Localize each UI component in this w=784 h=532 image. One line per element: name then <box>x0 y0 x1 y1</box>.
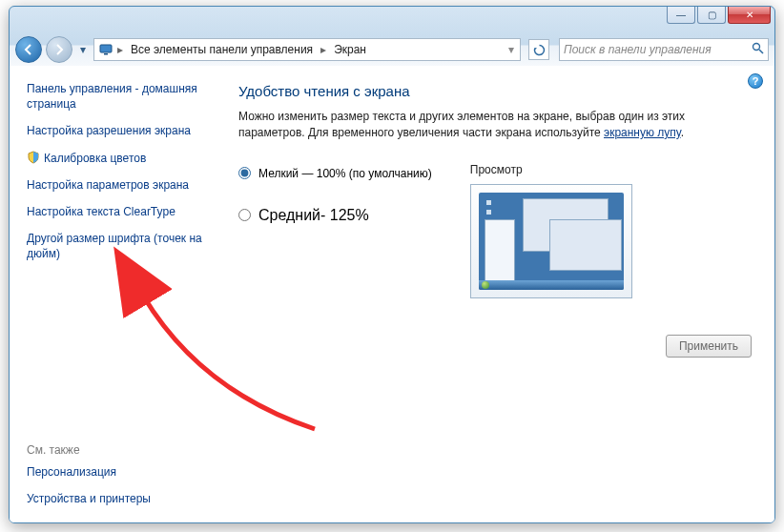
chevron-right-icon: ▸ <box>115 43 125 56</box>
search-icon <box>752 42 764 57</box>
preview-start-orb <box>482 281 489 289</box>
svg-point-2 <box>753 44 760 51</box>
help-icon[interactable]: ? <box>748 73 763 89</box>
svg-rect-1 <box>104 53 108 55</box>
page-title: Удобство чтения с экрана <box>238 83 753 99</box>
preview-label: Просмотр <box>470 163 523 176</box>
content-pane: ? Удобство чтения с экрана Можно изменит… <box>212 66 774 522</box>
breadcrumb[interactable]: ▸ Все элементы панели управления ▸ Экран… <box>93 38 521 61</box>
desc-period: . <box>681 126 684 139</box>
link-color-calibration[interactable]: Калибровка цветов <box>27 151 202 166</box>
maximize-button[interactable]: ▢ <box>697 7 726 24</box>
close-button[interactable]: ✕ <box>728 7 771 24</box>
search-placeholder: Поиск в панели управления <box>564 43 712 56</box>
preview-window <box>549 219 622 271</box>
preview-icon <box>486 200 491 205</box>
page-description: Можно изменить размер текста и других эл… <box>238 109 753 142</box>
radio-group-scale: Мелкий — 100% (по умолчанию) Средний- 12… <box>238 163 432 298</box>
apply-row: Применить <box>238 335 753 358</box>
shield-icon <box>27 151 40 164</box>
chevron-right-icon: ▸ <box>319 43 328 56</box>
apply-button[interactable]: Применить <box>666 335 752 358</box>
preview-taskbar <box>479 280 624 290</box>
link-control-panel-home[interactable]: Панель управления - домашняя страница <box>27 81 202 112</box>
refresh-button[interactable] <box>528 39 549 60</box>
navbar: ▾ ▸ Все элементы панели управления ▸ Экр… <box>10 33 774 66</box>
preview-desktop <box>479 193 624 290</box>
body: Панель управления - домашняя страница На… <box>10 66 774 522</box>
radio-medium[interactable]: Средний- 125% <box>238 207 432 224</box>
nav-forward-button[interactable] <box>46 36 72 63</box>
svg-rect-0 <box>100 45 112 52</box>
window-frame: — ▢ ✕ ▾ ▸ Все элементы панели управления… <box>9 6 775 523</box>
dropdown-chevron-icon[interactable]: ▾ <box>508 43 518 56</box>
nav-back-button[interactable] <box>15 36 42 63</box>
sidebar: Панель управления - домашняя страница На… <box>10 66 212 522</box>
link-resolution[interactable]: Настройка разрешения экрана <box>27 123 202 138</box>
monitor-icon <box>98 42 113 57</box>
link-display-settings[interactable]: Настройка параметров экрана <box>27 177 202 193</box>
svg-line-3 <box>759 50 763 53</box>
link-cleartype[interactable]: Настройка текста ClearType <box>27 204 202 219</box>
search-input[interactable]: Поиск в панели управления <box>559 38 769 61</box>
see-also-heading: См. также <box>27 443 202 457</box>
radio-small-label: Мелкий — 100% (по умолчанию) <box>258 167 432 180</box>
magnifier-link[interactable]: экранную лупу <box>604 126 681 139</box>
minimize-button[interactable]: — <box>667 7 695 24</box>
preview-icon <box>486 210 491 215</box>
link-color-calibration-label: Калибровка цветов <box>44 151 146 166</box>
radio-medium-input[interactable] <box>238 209 251 221</box>
options-row: Мелкий — 100% (по умолчанию) Средний- 12… <box>238 163 753 298</box>
preview-box <box>470 184 632 298</box>
breadcrumb-current[interactable]: Экран <box>328 43 372 56</box>
titlebar: — ▢ ✕ <box>10 7 774 33</box>
preview-sidebar <box>485 219 515 282</box>
link-custom-dpi[interactable]: Другой размер шрифта (точек на дюйм) <box>27 231 202 261</box>
radio-small-input[interactable] <box>238 167 251 179</box>
nav-history-dropdown[interactable]: ▾ <box>76 43 90 56</box>
preview-column: Просмотр <box>470 163 632 298</box>
radio-medium-label: Средний- 125% <box>258 207 369 224</box>
radio-small[interactable]: Мелкий — 100% (по умолчанию) <box>238 167 432 180</box>
link-devices-printers[interactable]: Устройства и принтеры <box>27 491 202 506</box>
link-personalization[interactable]: Персонализация <box>27 464 202 480</box>
breadcrumb-root[interactable]: Все элементы панели управления <box>125 43 319 56</box>
